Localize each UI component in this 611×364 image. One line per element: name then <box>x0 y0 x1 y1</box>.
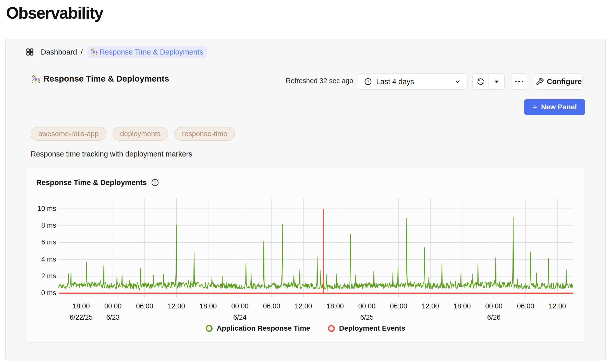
refresh-button[interactable] <box>473 74 488 89</box>
legend-ring-icon <box>206 325 213 332</box>
breadcrumb-separator: / <box>81 48 83 56</box>
ellipsis-icon <box>515 81 523 82</box>
x-tick-label: 00:00 <box>476 302 512 310</box>
chart-legend: Application Response TimeDeployment Even… <box>26 324 585 332</box>
dashboard-grid-icon <box>26 48 34 56</box>
x-tick-label: 18:00 <box>444 302 480 310</box>
breadcrumb: Dashboard / 🎠 Response Time & Deployment… <box>26 45 207 59</box>
refresh-options-button[interactable] <box>488 74 504 89</box>
caret-down-icon <box>493 78 500 85</box>
tags-row: awesome-rails-appdeploymentsresponse-tim… <box>31 127 235 141</box>
x-tick-label: 12:00 <box>286 302 321 310</box>
dashboard-title: Response Time & Deployments <box>43 74 169 84</box>
breadcrumb-current-label: Response Time & Deployments <box>100 48 203 56</box>
refresh-split-button <box>472 73 505 90</box>
x-tick-label: 12:00 <box>540 302 575 310</box>
x-tick-label: 06:00 <box>508 302 543 310</box>
x-tick-label: 18:00 <box>190 302 226 310</box>
x-tick-label: 06:00 <box>127 302 163 310</box>
tag-chip[interactable]: deployments <box>113 127 168 141</box>
new-panel-label: New Panel <box>541 103 577 111</box>
x-tick-label: 06:00 <box>381 302 417 310</box>
time-range-select[interactable]: Last 4 days <box>358 73 468 90</box>
configure-button[interactable]: Configure <box>535 73 583 90</box>
y-tick-label: 2 ms <box>26 272 56 280</box>
chevron-down-icon <box>454 78 461 85</box>
new-panel-button[interactable]: + New Panel <box>524 99 585 115</box>
breadcrumb-dashboard-link[interactable]: Dashboard <box>41 48 77 56</box>
chart-title-row: Response Time & Deployments <box>36 178 159 187</box>
legend-label: Deployment Events <box>339 324 405 332</box>
header-divider <box>22 66 589 66</box>
refreshed-status: Refreshed 32 sec ago <box>283 77 353 85</box>
chart-title: Response Time & Deployments <box>36 178 147 187</box>
x-tick-label: 12:00 <box>412 302 448 310</box>
x-tick-label: 18:00 <box>317 302 353 310</box>
observability-page: Observability Dashboard / 🎠 Response Tim… <box>0 0 611 364</box>
carousel-horse-icon: 🎠 <box>31 74 41 84</box>
clock-icon <box>364 77 372 86</box>
y-tick-label: 8 ms <box>26 222 56 229</box>
x-tick-label: 00:00 <box>349 302 385 310</box>
x-tick-label: 18:00 <box>63 302 99 310</box>
tools-icon <box>536 77 544 86</box>
carousel-horse-icon: 🎠 <box>90 48 99 56</box>
x-tick-label: 00:00 <box>222 302 258 310</box>
info-icon[interactable] <box>151 178 159 187</box>
more-actions-button[interactable] <box>511 73 527 90</box>
panel-description: Response time tracking with deployment m… <box>31 150 192 158</box>
refresh-icon <box>476 77 485 86</box>
y-tick-label: 6 ms <box>26 238 56 246</box>
tag-chip[interactable]: awesome-rails-app <box>31 127 106 141</box>
page-title: Observability <box>6 4 103 22</box>
chart-plot[interactable] <box>57 198 577 298</box>
legend-label: Application Response Time <box>217 324 310 332</box>
legend-item[interactable]: Application Response Time <box>206 324 310 332</box>
breadcrumb-current-chip[interactable]: 🎠 Response Time & Deployments <box>87 46 207 58</box>
x-tick-label: 12:00 <box>158 302 194 310</box>
time-range-value: Last 4 days <box>376 77 454 86</box>
x-tick-date: 6/24 <box>219 314 260 321</box>
x-tick-label: 06:00 <box>254 302 289 310</box>
tag-chip[interactable]: response-time <box>174 127 235 141</box>
x-tick-date: 6/26 <box>473 314 514 321</box>
x-tick-date: 6/25 <box>347 314 387 321</box>
y-tick-label: 0 ms <box>26 289 56 297</box>
plus-icon: + <box>532 103 537 111</box>
y-tick-label: 4 ms <box>26 255 56 263</box>
configure-label: Configure <box>547 77 582 86</box>
x-tick-label: 00:00 <box>95 302 131 310</box>
x-tick-date: 6/23 <box>92 314 133 321</box>
legend-ring-icon <box>328 325 335 332</box>
y-tick-label: 10 ms <box>26 205 56 213</box>
legend-item[interactable]: Deployment Events <box>328 324 405 332</box>
